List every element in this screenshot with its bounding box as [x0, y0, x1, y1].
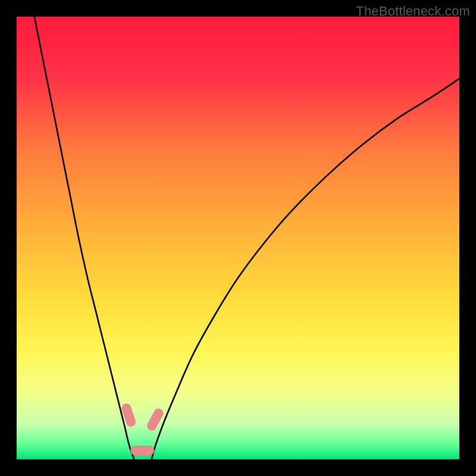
- marker-layer: [120, 402, 165, 455]
- curve-layer: [17, 17, 459, 459]
- watermark-text: TheBottleneck.com: [356, 4, 470, 19]
- chart-frame: TheBottleneck.com: [0, 0, 476, 476]
- floor-marker: [130, 446, 154, 455]
- left-short-marker: [120, 402, 137, 428]
- plot-area: [17, 17, 459, 459]
- right-curve: [152, 79, 459, 459]
- left-curve: [35, 17, 134, 459]
